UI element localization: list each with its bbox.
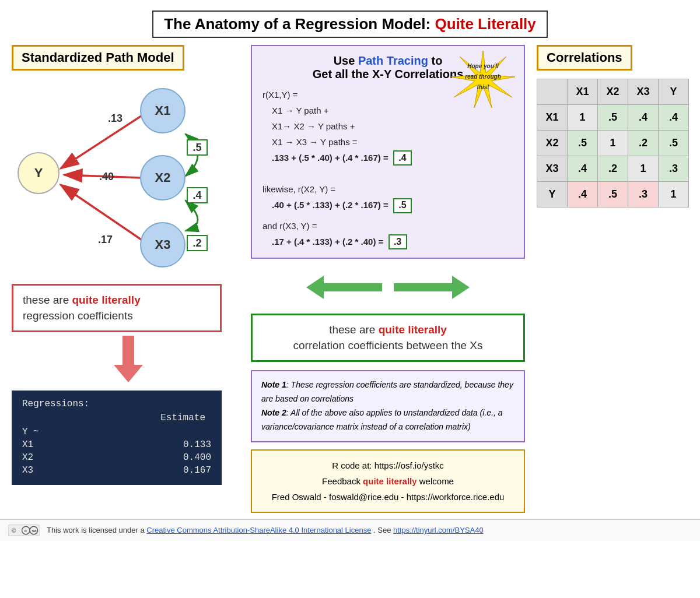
svg-marker-6 (114, 336, 143, 382)
svg-line-3 (61, 116, 141, 168)
rcode-l2-suf: welcome (417, 476, 454, 486)
node-X2: X2 (140, 155, 186, 200)
cell-x1-x3: .4 (628, 105, 659, 131)
formula1-step4: .133 + (.5 * .40) + (.4 * .167) = .4 (262, 150, 513, 166)
reg-row-x1: X1 0.133 (22, 438, 211, 451)
reg-val-x1: 0.133 (183, 439, 211, 450)
svg-text:c: c (24, 528, 27, 533)
path-label-02: .2 (187, 235, 208, 251)
note1-text: : These regression coefficients are stan… (261, 380, 513, 403)
formula1-calc: .133 + (.5 * .40) + (.4 * .167) = (272, 153, 388, 163)
arrow-label-40: .40 (99, 171, 114, 183)
table-row-x3: X3 .4 .2 1 .3 (537, 156, 689, 182)
correlation-table: X1 X2 X3 Y X1 1 .5 .4 .4 X2 .5 1 (537, 79, 689, 207)
formula3-calc: .17 + (.4 * .133) + (.2 * .40) = (272, 237, 383, 247)
formula1-step3: X1 → X3 → Y paths = (262, 134, 513, 150)
starburst: Hope you'll read through this! (448, 51, 518, 109)
rcode-l2-hl: quite literally (363, 476, 417, 486)
note2-text: : All of the above also applies to unsta… (261, 408, 503, 431)
reg-var-y: Y ~ (22, 427, 39, 437)
cell-y-y: 1 (659, 182, 689, 207)
footer-text-mid: . See (373, 526, 393, 534)
path-tracing-box: Use Path Tracing to Get all the X-Y Corr… (251, 45, 525, 259)
row-hdr-y: Y (537, 182, 568, 207)
path-tracing-blue: Path Tracing (358, 54, 428, 67)
svg-text:this!: this! (477, 84, 489, 90)
arrow-label-17: .17 (98, 234, 113, 246)
path-label-05: .5 (187, 139, 208, 156)
footer-text: This work is licensed under a Creative C… (47, 526, 484, 534)
notes-box: Note 1: These regression coefficients ar… (251, 370, 525, 442)
corr-title: Correlations (537, 45, 632, 71)
reg-var-x2: X2 (22, 452, 33, 463)
node-Y: Y (18, 152, 60, 194)
row-hdr-x2: X2 (537, 131, 568, 156)
row-hdr-x3: X3 (537, 156, 568, 182)
note2-label: Note 2 (261, 408, 286, 417)
title-text: The Anatomy of a Regression Model: (164, 15, 430, 33)
table-row-x2: X2 .5 1 .2 .5 (537, 131, 689, 156)
cell-x3-x1: .4 (568, 156, 598, 182)
footer-text-pre: This work is licensed under a (47, 526, 146, 534)
th-empty (537, 79, 568, 105)
path-label-04: .4 (187, 187, 208, 203)
cell-x2-x1: .5 (568, 131, 598, 156)
rcode-line2: Feedback quite literally welcome (261, 473, 514, 489)
cell-x1-y: .4 (659, 105, 689, 131)
quite-lit-left-box: these are quite literally regression coe… (12, 284, 222, 332)
svg-line-5 (61, 185, 141, 240)
rcode-line1: R code at: https://osf.io/ystkc (261, 458, 514, 473)
cell-x3-x2: .2 (598, 156, 628, 182)
formula3-step: .17 + (.4 * .133) + (.2 * .40) = .3 (262, 234, 513, 249)
result-04: .4 (393, 150, 412, 166)
reg-val-x3: 0.167 (183, 465, 211, 476)
title-highlight: Quite Literally (435, 15, 536, 33)
th-x1: X1 (568, 79, 598, 105)
quite-lit-center-box: these are quite literally correlation co… (251, 314, 525, 362)
cell-x2-x2: 1 (598, 131, 628, 156)
left-panel: Standardized Path Model (6, 45, 245, 485)
svg-text:read through: read through (465, 73, 501, 80)
footer-cc-link[interactable]: Creative Commons Attribution-ShareAlike … (146, 526, 371, 534)
formula2-step: .40 + (.5 * .133) + (.2 * .167) = .5 (262, 197, 513, 213)
formula3-label: and r(X3, Y) = (262, 218, 513, 234)
svg-marker-12 (394, 276, 470, 299)
cell-x1-x1: 1 (568, 105, 598, 131)
table-row-y: Y .4 .5 .3 1 (537, 182, 689, 207)
right-panel: Correlations X1 X2 X3 Y X1 1 .5 .4 .4 (531, 45, 700, 207)
footer-tinyurl-link[interactable]: https://tinyurl.com/BYSA40 (393, 526, 484, 534)
reg-title: Regressions: (22, 399, 211, 409)
cell-y-x3: .3 (628, 182, 659, 207)
center-panel: Use Path Tracing to Get all the X-Y Corr… (245, 45, 531, 513)
svg-text:sa: sa (32, 528, 37, 533)
cell-x3-x3: 1 (628, 156, 659, 182)
formula2-calc: .40 + (.5 * .133) + (.2 * .167) = (272, 200, 388, 210)
result-03: .3 (388, 234, 407, 249)
th-x2: X2 (598, 79, 628, 105)
cell-x3-y: .3 (659, 156, 689, 182)
reg-row-x2: X2 0.400 (22, 451, 211, 464)
green-arrows-row (251, 267, 525, 308)
node-X3: X3 (140, 222, 186, 268)
regression-box: Regressions: Estimate Y ~ X1 0.133 X2 0.… (12, 391, 222, 485)
node-X1: X1 (140, 88, 186, 133)
table-header-row: X1 X2 X3 Y (537, 79, 689, 105)
rcode-box: R code at: https://osf.io/ystkc Feedback… (251, 449, 525, 513)
cc-icon: © c sa (8, 525, 40, 536)
main-title: The Anatomy of a Regression Model: Quite… (152, 10, 548, 38)
left-section-title: Standardized Path Model (12, 45, 184, 71)
reg-var-x1: X1 (22, 439, 33, 450)
rcode-line3: Fred Oswald - foswald@rice.edu - https:/… (261, 489, 514, 505)
cell-y-x1: .4 (568, 182, 598, 207)
svg-text:Hope you'll: Hope you'll (467, 63, 499, 69)
reg-row-y: Y ~ (22, 425, 211, 438)
svg-text:©: © (11, 527, 16, 534)
reg-var-x3: X3 (22, 465, 33, 476)
formula2-label: likewise, r(X2, Y) = (262, 181, 513, 197)
th-x3: X3 (628, 79, 659, 105)
qlc-highlight: quite literally (379, 323, 447, 336)
reg-row-x3: X3 0.167 (22, 464, 211, 477)
qll-highlight: quite literally (72, 294, 141, 306)
red-arrow-down (12, 336, 245, 385)
cell-x1-x2: .5 (598, 105, 628, 131)
